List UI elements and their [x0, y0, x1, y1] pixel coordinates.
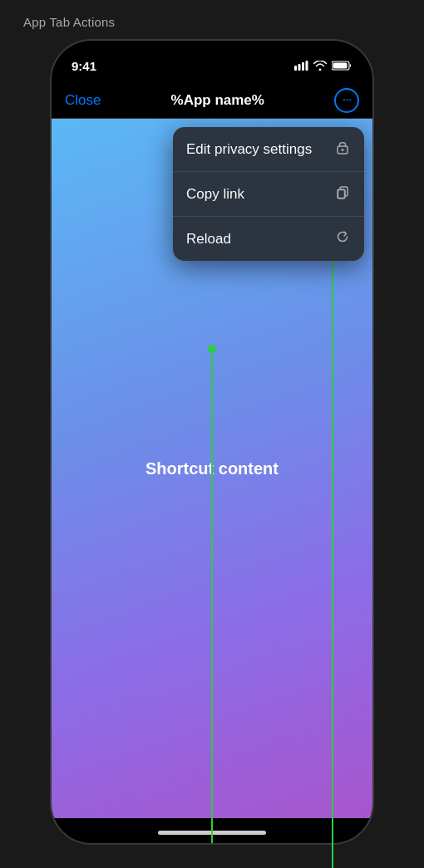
svg-rect-5	[333, 63, 348, 69]
close-button[interactable]: Close	[65, 92, 101, 109]
reload-icon	[334, 228, 351, 249]
svg-rect-1	[298, 64, 301, 71]
green-annotation-line	[211, 347, 213, 845]
status-bar: 9:41	[52, 41, 372, 82]
svg-rect-0	[294, 66, 297, 71]
menu-item-reload-label: Reload	[186, 231, 231, 248]
more-icon: ···	[343, 93, 351, 106]
signal-icon	[294, 61, 308, 71]
copy-icon	[334, 184, 351, 204]
menu-item-privacy-label: Edit privacy settings	[186, 141, 312, 158]
screen-title: App Tab Actions	[0, 0, 424, 39]
status-icons	[294, 61, 353, 71]
more-button[interactable]: ···	[334, 88, 359, 113]
nav-bar: Close %App name% ···	[52, 82, 372, 119]
svg-rect-2	[302, 62, 304, 71]
menu-item-reload[interactable]: Reload	[173, 217, 364, 261]
phone-frame: 9:41	[50, 39, 374, 845]
menu-item-copy-link[interactable]: Copy link	[173, 172, 364, 217]
wifi-icon	[313, 61, 327, 71]
svg-point-7	[342, 149, 344, 151]
dropdown-menu: Edit privacy settings Copy link	[173, 127, 364, 261]
privacy-icon	[334, 139, 351, 159]
green-dot-mid	[208, 345, 216, 353]
status-time: 9:41	[71, 59, 96, 73]
app-title: %App name%	[171, 92, 264, 109]
main-content: Edit privacy settings Copy link	[52, 119, 372, 818]
menu-item-copy-link-label: Copy link	[186, 186, 244, 203]
battery-icon	[332, 61, 353, 71]
annotation-line	[332, 251, 333, 868]
notch	[158, 41, 266, 66]
svg-rect-3	[306, 61, 308, 71]
menu-item-privacy[interactable]: Edit privacy settings	[173, 127, 364, 172]
